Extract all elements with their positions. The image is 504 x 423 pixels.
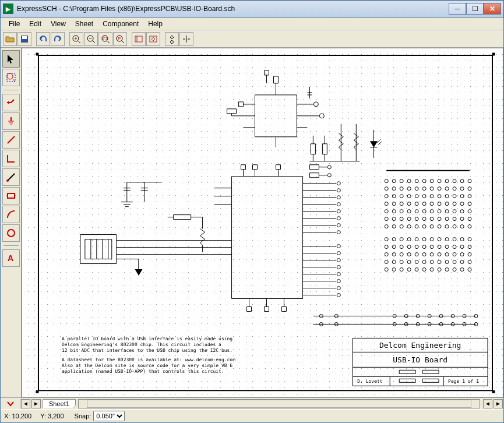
zoom-select-tool[interactable] [2, 69, 20, 86]
corner-tool[interactable] [2, 150, 20, 167]
svg-point-157 [327, 174, 331, 177]
ground-pin-tool[interactable] [2, 112, 20, 130]
proto-grid [385, 171, 471, 272]
status-snap: Snap: 0.050" [75, 411, 125, 421]
maximize-button[interactable]: ☐ [466, 3, 484, 15]
svg-rect-137 [281, 306, 286, 311]
zoom-rect-button[interactable] [98, 32, 112, 46]
svg-point-181 [468, 187, 471, 191]
svg-point-164 [430, 179, 433, 183]
svg-point-247 [422, 238, 426, 241]
cursor-tool-icon [6, 54, 16, 64]
svg-point-121 [337, 280, 340, 283]
svg-point-113 [337, 252, 340, 255]
options-icon[interactable] [1, 398, 20, 409]
svg-point-275 [453, 253, 456, 256]
svg-point-239 [453, 225, 456, 228]
menu-component[interactable]: Component [98, 19, 143, 29]
component-rect-tool[interactable] [2, 187, 20, 205]
svg-point-212 [430, 210, 433, 213]
snap-button[interactable] [165, 32, 179, 46]
sheet-tab-bar: ◄ ► Sheet1 ◄ ► [1, 397, 503, 409]
svg-line-26 [8, 136, 15, 143]
svg-point-244 [400, 238, 403, 241]
zoom-prev-button[interactable]: P [113, 32, 127, 46]
title-bar: ▶ ExpressSCH - C:\Program Files (x86)\Ex… [0, 0, 504, 17]
undo-button[interactable] [36, 32, 50, 46]
svg-point-173 [407, 187, 411, 191]
wire-tool-icon [6, 135, 16, 145]
menu-edit[interactable]: Edit [24, 19, 46, 29]
horizontal-scrollbar[interactable] [78, 399, 480, 408]
window-title: ExpressSCH - C:\Program Files (x86)\Expr… [17, 5, 449, 13]
svg-point-299 [453, 268, 456, 272]
circle-tool-icon [6, 228, 16, 238]
tab-next-button[interactable]: ► [31, 399, 41, 408]
hscroll-left-button[interactable]: ◄ [483, 399, 492, 408]
svg-point-242 [385, 238, 388, 241]
svg-point-205 [468, 202, 471, 206]
save-button[interactable] [17, 32, 31, 46]
svg-rect-1 [22, 36, 27, 39]
svg-point-182 [385, 195, 388, 198]
svg-point-254 [385, 245, 388, 249]
menu-file[interactable]: File [4, 19, 24, 29]
menu-view[interactable]: View [46, 19, 71, 29]
zoom-in-button[interactable] [69, 32, 83, 46]
svg-point-264 [460, 245, 464, 249]
svg-point-236 [430, 225, 433, 228]
svg-point-281 [407, 260, 411, 264]
sheet-tab[interactable]: Sheet1 [43, 399, 76, 408]
menu-sheet[interactable]: Sheet [71, 19, 98, 29]
hscroll-right-button[interactable]: ► [494, 399, 503, 408]
snap-select[interactable]: 0.050" [93, 411, 125, 421]
ground-pin-tool-icon [6, 116, 16, 126]
circle-tool[interactable] [2, 224, 20, 242]
text-tool[interactable]: A [2, 249, 20, 267]
svg-point-259 [422, 245, 426, 249]
svg-point-105 [337, 217, 340, 220]
status-coords: X: 10,200 Y: 3,200 [4, 413, 64, 420]
tab-prev-button[interactable]: ◄ [21, 399, 30, 408]
svg-point-248 [430, 238, 433, 241]
menu-help[interactable]: Help [143, 19, 167, 29]
svg-point-165 [438, 179, 441, 183]
svg-rect-343 [422, 379, 439, 382]
open-button[interactable] [3, 32, 17, 46]
svg-line-13 [122, 41, 124, 43]
custom-comp-button[interactable] [146, 32, 160, 46]
redo-button[interactable] [51, 32, 65, 46]
svg-rect-29 [8, 193, 15, 198]
zoom-out-button[interactable] [84, 32, 98, 46]
svg-rect-127 [241, 165, 246, 170]
minimize-button[interactable]: ─ [449, 3, 466, 15]
comp-library-button[interactable] [132, 32, 146, 46]
close-button[interactable]: ✕ [484, 3, 501, 15]
input-pin-tool[interactable] [2, 94, 20, 111]
svg-point-233 [407, 225, 411, 228]
schematic-canvas[interactable]: A parallel IO board with a USB interface… [22, 48, 503, 397]
svg-point-19 [7, 73, 13, 79]
wire-tool[interactable] [2, 131, 20, 149]
svg-point-185 [407, 195, 411, 198]
svg-point-49 [319, 114, 324, 118]
center-button[interactable] [179, 32, 193, 46]
svg-point-101 [337, 203, 340, 206]
svg-point-47 [313, 102, 318, 107]
text-tool-icon: A [6, 253, 16, 263]
svg-point-215 [453, 210, 456, 213]
svg-point-231 [392, 225, 396, 228]
cursor-tool[interactable] [2, 50, 20, 68]
svg-point-197 [407, 202, 411, 206]
input-pin-tool-icon [6, 97, 16, 108]
undo-icon [38, 34, 48, 44]
zoom-rect-icon [101, 34, 110, 44]
svg-point-301 [468, 268, 471, 272]
svg-point-292 [400, 268, 403, 272]
svg-rect-142 [322, 144, 327, 154]
svg-point-183 [392, 195, 396, 198]
diagonal-tool[interactable] [2, 168, 20, 186]
svg-rect-15 [135, 36, 142, 42]
arc-tool[interactable] [2, 206, 20, 223]
svg-point-235 [422, 225, 426, 228]
